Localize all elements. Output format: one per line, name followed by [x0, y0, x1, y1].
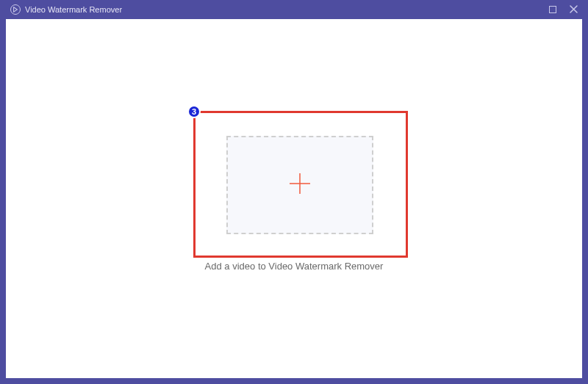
app-logo-icon — [10, 4, 21, 15]
window-controls — [549, 3, 578, 16]
window-title: Video Watermark Remover — [25, 5, 122, 14]
tutorial-step-badge: 3 — [187, 105, 201, 118]
main-content: 3 Add a video to Video Watermark Remover — [6, 19, 582, 375]
titlebar-left: Video Watermark Remover — [10, 4, 122, 15]
square-icon — [549, 6, 556, 13]
minimize-button[interactable] — [549, 6, 556, 13]
drop-caption: Add a video to Video Watermark Remover — [6, 261, 582, 272]
app-window: Video Watermark Remover 3 Add a v — [0, 0, 588, 384]
close-button[interactable] — [570, 3, 578, 16]
video-drop-zone[interactable] — [226, 136, 373, 234]
close-icon — [570, 3, 578, 16]
titlebar: Video Watermark Remover — [6, 3, 582, 19]
plus-icon — [287, 170, 313, 200]
